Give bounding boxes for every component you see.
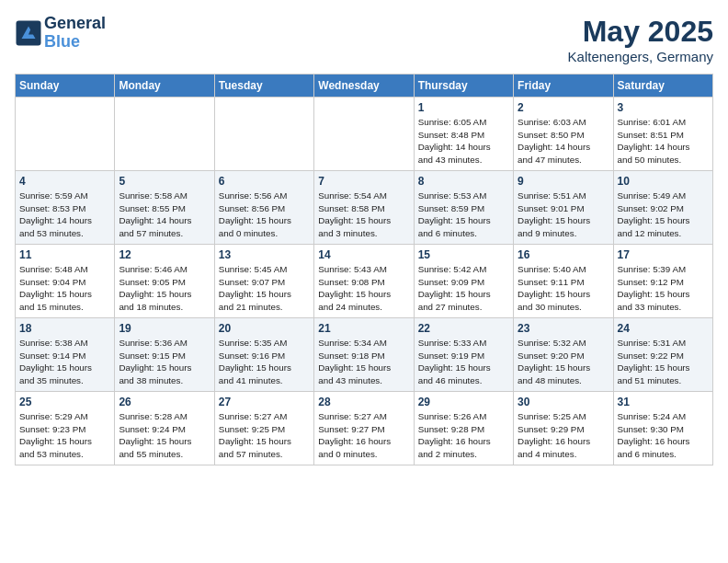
- calendar-cell: [115, 98, 214, 171]
- calendar-cell: 10Sunrise: 5:49 AMSunset: 9:02 PMDayligh…: [613, 171, 712, 245]
- weekday-header-monday: Monday: [115, 75, 214, 98]
- day-number: 27: [219, 396, 310, 408]
- day-number: 16: [518, 248, 609, 261]
- day-number: 18: [19, 322, 110, 335]
- day-info: Sunrise: 6:03 AMSunset: 8:50 PMDaylight:…: [518, 116, 609, 167]
- day-info: Sunrise: 5:46 AMSunset: 9:05 PMDaylight:…: [119, 263, 210, 314]
- day-number: 28: [318, 396, 409, 408]
- day-number: 31: [618, 396, 709, 408]
- calendar-cell: 9Sunrise: 5:51 AMSunset: 9:01 PMDaylight…: [514, 171, 613, 245]
- calendar-cell: 16Sunrise: 5:40 AMSunset: 9:11 PMDayligh…: [514, 245, 613, 318]
- calendar-cell: [214, 98, 313, 171]
- day-number: 12: [119, 248, 210, 261]
- day-info: Sunrise: 5:33 AMSunset: 9:19 PMDaylight:…: [418, 337, 509, 387]
- day-number: 21: [318, 322, 409, 335]
- day-info: Sunrise: 5:32 AMSunset: 9:20 PMDaylight:…: [518, 337, 609, 387]
- calendar-cell: 1Sunrise: 6:05 AMSunset: 8:48 PMDaylight…: [414, 98, 513, 171]
- day-number: 23: [518, 322, 609, 335]
- calendar-cell: 30Sunrise: 5:25 AMSunset: 9:29 PMDayligh…: [514, 392, 613, 465]
- day-number: 14: [318, 248, 409, 261]
- day-info: Sunrise: 5:31 AMSunset: 9:22 PMDaylight:…: [618, 337, 709, 387]
- calendar-table: SundayMondayTuesdayWednesdayThursdayFrid…: [15, 74, 713, 465]
- day-info: Sunrise: 5:24 AMSunset: 9:30 PMDaylight:…: [618, 410, 709, 461]
- calendar-cell: 29Sunrise: 5:26 AMSunset: 9:28 PMDayligh…: [414, 392, 513, 465]
- day-number: 3: [618, 101, 709, 114]
- day-info: Sunrise: 5:39 AMSunset: 9:12 PMDaylight:…: [618, 263, 709, 314]
- day-info: Sunrise: 5:53 AMSunset: 8:59 PMDaylight:…: [418, 190, 509, 240]
- calendar-cell: 3Sunrise: 6:01 AMSunset: 8:51 PMDaylight…: [613, 98, 712, 171]
- calendar-cell: 11Sunrise: 5:48 AMSunset: 9:04 PMDayligh…: [16, 245, 115, 318]
- day-info: Sunrise: 5:48 AMSunset: 9:04 PMDaylight:…: [19, 263, 110, 314]
- day-info: Sunrise: 5:58 AMSunset: 8:55 PMDaylight:…: [119, 190, 210, 240]
- weekday-header-saturday: Saturday: [613, 75, 712, 98]
- day-number: 19: [119, 322, 210, 335]
- day-info: Sunrise: 5:25 AMSunset: 9:29 PMDaylight:…: [518, 410, 609, 461]
- calendar-cell: 19Sunrise: 5:36 AMSunset: 9:15 PMDayligh…: [115, 318, 214, 392]
- calendar-cell: 15Sunrise: 5:42 AMSunset: 9:09 PMDayligh…: [414, 245, 513, 318]
- weekday-header-wednesday: Wednesday: [314, 75, 414, 98]
- day-number: 30: [518, 396, 609, 408]
- calendar-cell: 26Sunrise: 5:28 AMSunset: 9:24 PMDayligh…: [115, 392, 214, 465]
- day-number: 11: [19, 248, 110, 261]
- calendar-week-row: 18Sunrise: 5:38 AMSunset: 9:14 PMDayligh…: [16, 318, 713, 392]
- day-number: 20: [219, 322, 310, 335]
- calendar-cell: 8Sunrise: 5:53 AMSunset: 8:59 PMDaylight…: [414, 171, 513, 245]
- calendar-cell: 2Sunrise: 6:03 AMSunset: 8:50 PMDaylight…: [514, 98, 613, 171]
- calendar-cell: 12Sunrise: 5:46 AMSunset: 9:05 PMDayligh…: [115, 245, 214, 318]
- calendar-cell: [16, 98, 115, 171]
- calendar-cell: 22Sunrise: 5:33 AMSunset: 9:19 PMDayligh…: [414, 318, 513, 392]
- day-info: Sunrise: 5:42 AMSunset: 9:09 PMDaylight:…: [418, 263, 509, 314]
- calendar-cell: 27Sunrise: 5:27 AMSunset: 9:25 PMDayligh…: [214, 392, 313, 465]
- calendar-cell: 25Sunrise: 5:29 AMSunset: 9:23 PMDayligh…: [16, 392, 115, 465]
- day-number: 17: [618, 248, 709, 261]
- day-number: 10: [618, 175, 709, 188]
- day-number: 13: [219, 248, 310, 261]
- day-number: 26: [119, 396, 210, 408]
- day-number: 22: [418, 322, 509, 335]
- calendar-cell: 5Sunrise: 5:58 AMSunset: 8:55 PMDaylight…: [115, 171, 214, 245]
- calendar-cell: 20Sunrise: 5:35 AMSunset: 9:16 PMDayligh…: [214, 318, 313, 392]
- month-title: May 2025: [568, 15, 713, 49]
- weekday-header-row: SundayMondayTuesdayWednesdayThursdayFrid…: [16, 75, 713, 98]
- calendar-cell: 18Sunrise: 5:38 AMSunset: 9:14 PMDayligh…: [16, 318, 115, 392]
- day-number: 8: [418, 175, 509, 188]
- day-info: Sunrise: 5:36 AMSunset: 9:15 PMDaylight:…: [119, 337, 210, 387]
- calendar-cell: 14Sunrise: 5:43 AMSunset: 9:08 PMDayligh…: [314, 245, 414, 318]
- day-info: Sunrise: 5:26 AMSunset: 9:28 PMDaylight:…: [418, 410, 509, 461]
- weekday-header-friday: Friday: [514, 75, 613, 98]
- logo-text: GeneralBlue: [44, 15, 106, 52]
- calendar-cell: 7Sunrise: 5:54 AMSunset: 8:58 PMDaylight…: [314, 171, 414, 245]
- day-info: Sunrise: 5:35 AMSunset: 9:16 PMDaylight:…: [219, 337, 310, 387]
- calendar-cell: 31Sunrise: 5:24 AMSunset: 9:30 PMDayligh…: [613, 392, 712, 465]
- calendar-cell: 4Sunrise: 5:59 AMSunset: 8:53 PMDaylight…: [16, 171, 115, 245]
- calendar-week-row: 11Sunrise: 5:48 AMSunset: 9:04 PMDayligh…: [16, 245, 713, 318]
- calendar-cell: 17Sunrise: 5:39 AMSunset: 9:12 PMDayligh…: [613, 245, 712, 318]
- calendar-cell: 13Sunrise: 5:45 AMSunset: 9:07 PMDayligh…: [214, 245, 313, 318]
- day-info: Sunrise: 5:51 AMSunset: 9:01 PMDaylight:…: [518, 190, 609, 240]
- day-info: Sunrise: 6:01 AMSunset: 8:51 PMDaylight:…: [618, 116, 709, 167]
- day-info: Sunrise: 5:38 AMSunset: 9:14 PMDaylight:…: [19, 337, 110, 387]
- day-number: 5: [119, 175, 210, 188]
- day-number: 2: [518, 101, 609, 114]
- calendar-cell: 23Sunrise: 5:32 AMSunset: 9:20 PMDayligh…: [514, 318, 613, 392]
- calendar-cell: [314, 98, 414, 171]
- day-number: 4: [19, 175, 110, 188]
- logo-icon: [15, 19, 42, 47]
- day-info: Sunrise: 5:45 AMSunset: 9:07 PMDaylight:…: [219, 263, 310, 314]
- calendar-cell: 28Sunrise: 5:27 AMSunset: 9:27 PMDayligh…: [314, 392, 414, 465]
- weekday-header-thursday: Thursday: [414, 75, 513, 98]
- calendar-cell: 24Sunrise: 5:31 AMSunset: 9:22 PMDayligh…: [613, 318, 712, 392]
- location-subtitle: Kaltenengers, Germany: [568, 49, 713, 64]
- day-number: 1: [418, 101, 509, 114]
- day-info: Sunrise: 5:54 AMSunset: 8:58 PMDaylight:…: [318, 190, 409, 240]
- page-header: GeneralBlue May 2025 Kaltenengers, Germa…: [15, 15, 713, 64]
- day-info: Sunrise: 5:27 AMSunset: 9:25 PMDaylight:…: [219, 410, 310, 461]
- day-info: Sunrise: 5:27 AMSunset: 9:27 PMDaylight:…: [318, 410, 409, 461]
- calendar-cell: 21Sunrise: 5:34 AMSunset: 9:18 PMDayligh…: [314, 318, 414, 392]
- day-info: Sunrise: 5:28 AMSunset: 9:24 PMDaylight:…: [119, 410, 210, 461]
- day-info: Sunrise: 5:49 AMSunset: 9:02 PMDaylight:…: [618, 190, 709, 240]
- day-info: Sunrise: 5:43 AMSunset: 9:08 PMDaylight:…: [318, 263, 409, 314]
- day-number: 29: [418, 396, 509, 408]
- calendar-week-row: 25Sunrise: 5:29 AMSunset: 9:23 PMDayligh…: [16, 392, 713, 465]
- calendar-body: 1Sunrise: 6:05 AMSunset: 8:48 PMDaylight…: [16, 98, 713, 465]
